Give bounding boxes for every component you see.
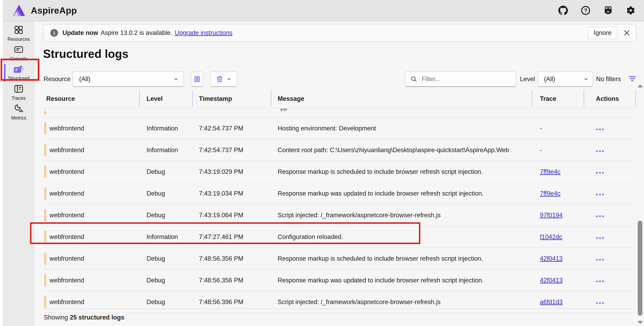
more-actions-button[interactable] xyxy=(596,172,604,174)
more-actions-button[interactable] xyxy=(596,259,604,261)
table-row[interactable]: webfrontendDebug7:48:56.356 PMResponse m… xyxy=(43,270,636,291)
trace-cell: 97f0194 xyxy=(532,212,584,219)
scroll-up-arrow-icon[interactable] xyxy=(638,84,643,87)
no-filters-status: No filters xyxy=(596,75,621,83)
table-row[interactable]: webfrontendInformation7:42:54.737 PMHost… xyxy=(43,118,636,139)
resource-filter-label: Resource xyxy=(44,75,71,83)
log-level-indicator xyxy=(44,209,46,222)
more-actions-button[interactable] xyxy=(596,150,604,152)
aspire-logo-icon xyxy=(14,5,25,16)
sidebar-item-console[interactable]: Console xyxy=(3,43,34,63)
column-header-trace[interactable]: Trace xyxy=(532,95,584,102)
table-row[interactable]: webfrontendDebug7:43:19.064 PMScript inj… xyxy=(43,205,636,226)
help-icon[interactable]: ? xyxy=(581,6,590,15)
trash-icon xyxy=(216,75,223,83)
table-row[interactable]: webfrontendInformation7:42:54.737 PMCont… xyxy=(43,139,636,161)
sidebar-item-label: Structured xyxy=(8,76,30,81)
page-title: Structured logs xyxy=(43,47,128,60)
table-row[interactable]: webfrontendDebug7:43:19.029 PMResponse m… xyxy=(43,161,636,183)
trace-link[interactable]: f1042dc xyxy=(540,233,562,240)
banner-message: Aspire 13.0.2 is available. xyxy=(101,29,172,36)
pause-button[interactable] xyxy=(191,71,203,87)
column-divider xyxy=(584,90,584,107)
chevron-down-icon xyxy=(583,76,588,82)
column-header-actions[interactable]: Actions xyxy=(584,95,636,102)
table-row[interactable]: webfrontendDebug7:48:56.356 PMResponse m… xyxy=(43,248,636,270)
trace-link[interactable]: 7ff9e4c xyxy=(540,168,560,175)
log-level-indicator xyxy=(44,252,46,265)
level-cell: Information xyxy=(139,125,192,132)
resource-select-value: (All) xyxy=(79,75,173,83)
trace-link[interactable]: a6fd1d3 xyxy=(540,299,562,306)
message-cell: Response markup is scheduled to include … xyxy=(271,168,532,175)
sidebar-item-resources[interactable]: Resources xyxy=(3,24,34,43)
scroll-down-arrow-icon[interactable] xyxy=(638,321,643,324)
sidebar-item-structured[interactable]: Structured xyxy=(3,63,34,83)
log-level-indicator xyxy=(44,144,46,156)
trace-link[interactable]: 42f0413 xyxy=(540,277,562,284)
trace-cell: 7ff9e4c xyxy=(532,168,584,175)
close-icon[interactable] xyxy=(623,29,630,36)
filter-icon[interactable] xyxy=(628,74,637,84)
partially-scrolled-row[interactable]: pp xyxy=(43,109,636,118)
resource-select[interactable]: (All) xyxy=(73,71,184,87)
console-icon xyxy=(14,45,23,55)
sidebar-item-label: Traces xyxy=(12,95,26,101)
structured-logs-icon xyxy=(14,65,24,74)
trace-link[interactable]: 97f0194 xyxy=(540,212,562,219)
resource-cell: webfrontend xyxy=(43,122,139,135)
resource-name: webfrontend xyxy=(50,146,84,154)
table-header: Resource Level Timestamp Message Trace A… xyxy=(43,89,636,109)
banner-title: Update now xyxy=(62,29,98,36)
resource-name: webfrontend xyxy=(50,233,84,241)
column-header-timestamp[interactable]: Timestamp xyxy=(192,95,271,102)
timestamp-cell: 7:48:56.396 PM xyxy=(192,299,271,306)
column-header-level[interactable]: Level xyxy=(139,95,192,102)
table-row[interactable]: webfrontendInformation7:47:27.461 PMConf… xyxy=(43,226,636,248)
level-filter-label: Level xyxy=(520,75,535,83)
sidebar: Resources Console Structured T xyxy=(3,21,34,326)
column-header-resource[interactable]: Resource xyxy=(43,95,139,102)
actions-cell xyxy=(584,255,636,262)
level-select[interactable]: (All) xyxy=(538,71,593,87)
clear-logs-button[interactable] xyxy=(210,71,237,87)
timestamp-cell: 7:43:19.064 PM xyxy=(192,212,271,219)
log-level-indicator xyxy=(44,166,46,178)
filter-input[interactable] xyxy=(421,75,512,83)
resource-cell: webfrontend xyxy=(43,274,139,287)
more-actions-button[interactable] xyxy=(596,194,604,196)
log-level-indicator xyxy=(44,231,46,243)
timestamp-cell: 7:43:19.029 PM xyxy=(192,168,271,175)
resource-cell: webfrontend xyxy=(43,252,139,265)
chevron-down-icon xyxy=(226,77,232,81)
github-icon[interactable] xyxy=(558,6,568,15)
upgrade-instructions-link[interactable]: Upgrade instructions xyxy=(175,29,232,36)
column-header-message[interactable]: Message xyxy=(271,95,532,102)
level-cell: Debug xyxy=(139,299,192,306)
page-edge xyxy=(0,0,3,326)
ignore-button[interactable]: Ignore xyxy=(588,26,618,39)
copilot-icon[interactable] xyxy=(604,6,613,15)
more-actions-button[interactable] xyxy=(596,280,604,282)
log-level-indicator xyxy=(44,296,46,308)
settings-icon[interactable] xyxy=(626,6,636,15)
timestamp-cell: 7:42:54.737 PM xyxy=(192,125,271,132)
filter-search-box[interactable] xyxy=(405,71,516,87)
trace-link[interactable]: 42f0413 xyxy=(540,255,562,262)
more-actions-button[interactable] xyxy=(596,128,604,130)
trace-link[interactable]: 7ff9e4c xyxy=(540,190,560,197)
sidebar-item-metrics[interactable]: Metrics xyxy=(3,102,34,122)
actions-cell xyxy=(584,168,636,175)
more-actions-button[interactable] xyxy=(596,215,604,217)
message-cell: Script injected: /_framework/aspnetcore-… xyxy=(271,299,532,306)
table-row[interactable]: webfrontendDebug7:43:19.034 PMResponse m… xyxy=(43,183,636,205)
more-actions-button[interactable] xyxy=(596,237,604,239)
scrollbar-thumb[interactable] xyxy=(638,221,642,316)
trace-cell: 42f0413 xyxy=(532,255,584,262)
log-level-indicator xyxy=(44,111,46,114)
more-actions-button[interactable] xyxy=(596,302,604,304)
scrollbar[interactable] xyxy=(636,81,644,326)
sidebar-item-traces[interactable]: Traces xyxy=(3,83,34,102)
pause-icon xyxy=(194,75,200,83)
resource-name: webfrontend xyxy=(50,190,84,197)
